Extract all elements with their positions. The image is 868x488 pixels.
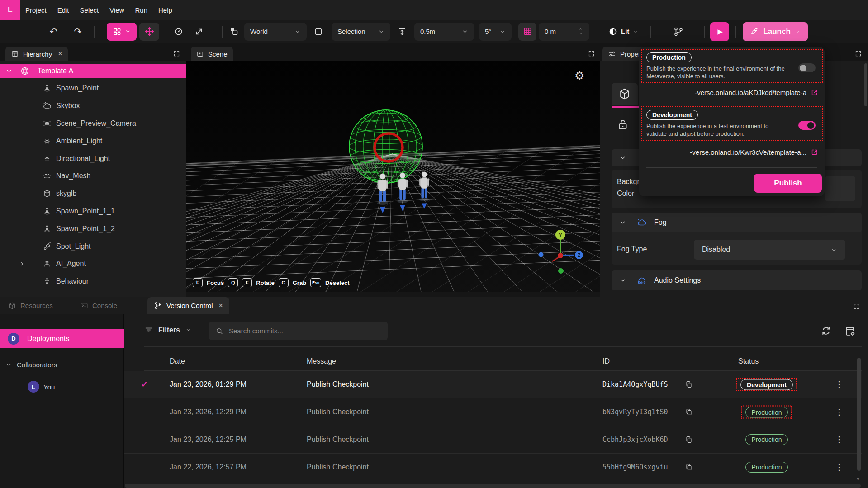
gizmo-x-handle[interactable] — [539, 252, 544, 257]
render-mode-dropdown[interactable]: Lit — [608, 27, 638, 36]
copy-id-button[interactable] — [685, 380, 693, 389]
hierarchy-item-skybox[interactable]: Skybox — [0, 97, 186, 115]
hierarchy-item-ai-agent[interactable]: AI_Agent — [0, 255, 186, 273]
row-menu-button[interactable]: ⋮ — [835, 379, 843, 389]
header-message[interactable]: Message — [307, 357, 336, 365]
filters-button[interactable]: Filters — [144, 326, 191, 334]
header-date[interactable]: Date — [170, 357, 185, 365]
tab-version-control[interactable]: Version Control × — [147, 297, 229, 314]
sidebar-item-deployments[interactable]: D Deployments — [0, 329, 124, 348]
grid-toggle-button[interactable] — [518, 23, 536, 41]
publish-button[interactable]: Publish — [754, 174, 822, 193]
tab-scene[interactable]: Scene — [191, 47, 233, 61]
commit-date: Jan 23, 2026, 12:25 PM — [170, 436, 247, 444]
external-link-icon[interactable] — [811, 89, 818, 96]
menu-run[interactable]: Run — [135, 6, 148, 14]
app-logo[interactable]: L — [0, 0, 20, 20]
sidebar-item-you[interactable]: L You — [0, 381, 55, 393]
rotate-snap-dropdown[interactable]: 5° — [479, 23, 512, 41]
refresh-button[interactable] — [821, 325, 832, 336]
status-cell: Development — [728, 378, 805, 391]
hierarchy-item-spawn-point[interactable]: Spawn_Point — [0, 80, 186, 97]
select-mode-button[interactable] — [107, 23, 137, 41]
audio-settings-header[interactable]: Audio Settings — [612, 270, 862, 290]
viewport-settings-button[interactable]: ⚙ — [574, 69, 584, 82]
row-menu-button[interactable]: ⋮ — [835, 462, 843, 472]
close-icon[interactable]: × — [219, 302, 223, 310]
commit-row[interactable]: Jan 23, 2026, 12:25 PM Publish Checkpoin… — [124, 426, 862, 454]
expander-chevron-icon[interactable] — [19, 261, 29, 267]
fog-type-dropdown[interactable]: Disabled — [694, 240, 845, 260]
menu-view[interactable]: View — [109, 6, 124, 14]
production-toggle[interactable] — [798, 63, 816, 72]
horizontal-scrollbar[interactable] — [125, 484, 861, 488]
undo-button[interactable]: ↶ — [46, 24, 61, 39]
move-tool-button[interactable] — [139, 23, 159, 41]
move-snap-dropdown[interactable]: 0.5m — [414, 23, 474, 41]
hierarchy-item-spawn-point-1-2[interactable]: Spawn_Point_1_2 — [0, 220, 186, 237]
version-control-button[interactable] — [671, 24, 686, 39]
row-menu-button[interactable]: ⋮ — [835, 407, 843, 417]
background-color-field[interactable] — [825, 176, 855, 201]
hierarchy-item-skyglb[interactable]: skyglb — [0, 185, 186, 203]
commit-row[interactable]: Jan 23, 2026, 12:29 PM Publish Checkpoin… — [124, 398, 862, 426]
menu-project[interactable]: Project — [25, 6, 47, 14]
commit-row[interactable]: ✓ Jan 23, 2026, 01:29 PM Publish Checkpo… — [124, 371, 862, 398]
properties-object-tab[interactable] — [612, 83, 638, 105]
scroll-down-arrow-icon[interactable]: ▾ — [857, 476, 859, 482]
header-status[interactable]: Status — [738, 357, 759, 365]
drop-to-ground-button[interactable] — [394, 24, 410, 39]
scale-tool-button[interactable] — [191, 24, 207, 39]
properties-expand-button[interactable] — [855, 49, 862, 57]
search-commits-input[interactable] — [228, 327, 365, 335]
external-link-icon[interactable] — [811, 148, 818, 156]
properties-scrollbar[interactable] — [864, 63, 867, 106]
chevron-down-icon[interactable] — [6, 68, 12, 74]
paste-transform-button[interactable] — [226, 24, 242, 39]
rotate-tool-button[interactable] — [171, 24, 186, 39]
frame-button[interactable] — [311, 24, 326, 39]
hierarchy-expand-button[interactable] — [173, 49, 180, 57]
tab-console[interactable]: Console — [80, 297, 117, 314]
menu-select[interactable]: Select — [80, 6, 99, 14]
scene-viewport[interactable]: Y Z ⚙ F Focus Q E Rotate G Grab Esc Dese… — [186, 61, 600, 292]
tab-hierarchy[interactable]: Hierarchy × — [5, 47, 68, 61]
wireframe-sphere[interactable] — [349, 110, 422, 183]
redo-button[interactable]: ↷ — [70, 24, 85, 39]
menu-help[interactable]: Help — [158, 6, 172, 14]
row-menu-button[interactable]: ⋮ — [835, 435, 843, 445]
commit-row[interactable]: Jan 22, 2026, 12:57 PM Publish Checkpoin… — [124, 454, 862, 481]
hierarchy-item-scene-preview-camera[interactable]: Scene_Preview_Camera — [0, 115, 186, 133]
sidebar-item-collaborators[interactable]: Collaborators — [0, 357, 57, 372]
search-commits-box[interactable] — [209, 322, 388, 340]
tab-resources[interactable]: Resources — [8, 297, 53, 314]
hierarchy-item-nav-mesh[interactable]: Nav_Mesh — [0, 167, 186, 185]
bottom-expand-button[interactable] — [853, 302, 860, 310]
pivot-dropdown[interactable]: Selection — [332, 23, 390, 41]
grid-height-stepper[interactable]: 0 m — [539, 23, 589, 41]
hierarch-item-behaviour[interactable]: Behaviour — [0, 273, 186, 290]
menu-edit[interactable]: Edit — [57, 6, 69, 14]
header-id[interactable]: ID — [602, 357, 610, 365]
play-button[interactable]: ▶ — [710, 22, 729, 41]
launch-button[interactable]: Launch — [743, 22, 807, 41]
table-scrollbar[interactable] — [857, 358, 861, 471]
hierarchy-item-spot-light[interactable]: Spot_Light — [0, 237, 186, 255]
hierarchy-root-row[interactable]: Template A — [0, 64, 186, 78]
copy-id-button[interactable] — [685, 463, 693, 471]
hierarchy-item-directional-light[interactable]: Directional_Light — [0, 150, 186, 167]
fog-section-header[interactable]: Fog — [612, 213, 862, 232]
development-toggle[interactable] — [798, 121, 816, 130]
spawn-point-icon — [43, 224, 52, 233]
lock-button[interactable] — [616, 118, 630, 131]
step-up-icon[interactable] — [578, 27, 583, 31]
deployment-settings-button[interactable] — [844, 326, 856, 337]
scene-expand-button[interactable] — [588, 49, 595, 57]
copy-id-button[interactable] — [685, 408, 693, 416]
close-icon[interactable]: × — [58, 50, 62, 58]
hierarchy-item-spawn-point-1-1[interactable]: Spawn_Point_1_1 — [0, 203, 186, 220]
space-dropdown[interactable]: World — [244, 23, 307, 41]
hierarchy-item-ambient-light[interactable]: Ambient_Light — [0, 132, 186, 150]
step-down-icon[interactable] — [578, 32, 583, 36]
copy-id-button[interactable] — [685, 436, 693, 444]
